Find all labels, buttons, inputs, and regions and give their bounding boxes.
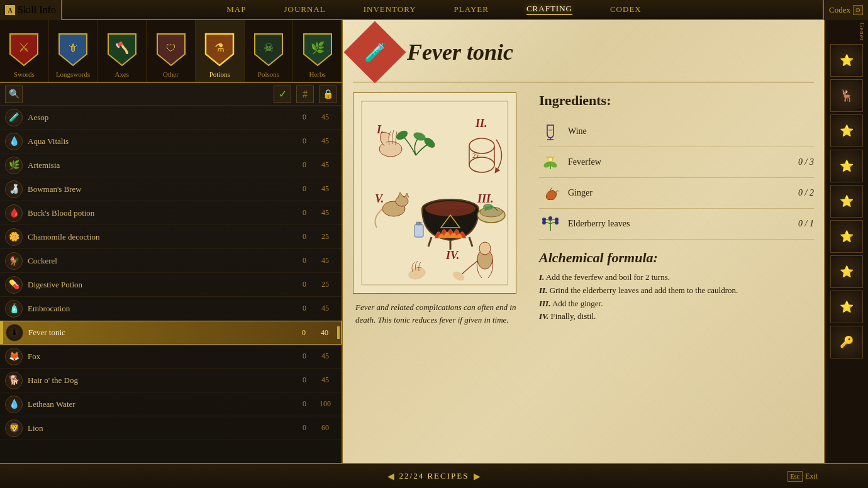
- right-item-4[interactable]: ⭐: [830, 185, 863, 218]
- right-icon-1: 🦌: [840, 89, 854, 103]
- right-icon-5: ⭐: [840, 230, 854, 243]
- recipe-max-1: 45: [314, 136, 337, 146]
- recipe-max-11: 45: [314, 375, 337, 385]
- recipe-item-5[interactable]: 🌼 Chamomile decoction 0 25: [0, 225, 342, 249]
- recipe-item-4[interactable]: 🩸 Buck's Blood potion 0 45: [0, 201, 342, 225]
- right-item-5[interactable]: ⭐: [830, 220, 863, 253]
- right-item-7[interactable]: ⭐: [830, 291, 863, 323]
- nav-center: MAP JOURNAL INVENTORY PLAYER CRAFTING CO…: [0, 4, 868, 15]
- nav-journal[interactable]: JOURNAL: [284, 4, 325, 14]
- svg-text:2x: 2x: [472, 152, 480, 159]
- recipe-count-9: 0: [294, 328, 313, 338]
- codex-right-button[interactable]: Codex D: [823, 0, 868, 20]
- recipe-item-9[interactable]: 🌡 Fever tonic 0 40: [0, 321, 342, 345]
- ingredients-container: Wine Feverfew 0 / 3 Ginger 0 / 2 Elderbe…: [539, 116, 814, 240]
- svg-rect-28: [415, 225, 423, 237]
- recipe-item-12[interactable]: 💧 Lethean Water 0 100: [0, 392, 342, 416]
- filter-lock-button[interactable]: 🔒: [319, 86, 337, 103]
- gen-label: Gener: [859, 23, 865, 41]
- svg-point-48: [548, 216, 552, 220]
- recipe-item-0[interactable]: 🧪 Aesop 0 45: [0, 106, 342, 130]
- arrow-right-icon[interactable]: ▶: [474, 471, 481, 482]
- formula-step-0: I. Add the feverfew and boil for 2 turns…: [539, 271, 814, 284]
- recipe-icon-13: 🦁: [5, 419, 23, 437]
- poisons-shield: ☠: [252, 31, 285, 68]
- recipe-count-13: 0: [295, 423, 314, 433]
- svg-text:II.: II.: [475, 117, 487, 130]
- recipe-count-10: 0: [295, 352, 314, 361]
- formula-section: Alchemical formula: I. Add the feverfew …: [539, 250, 814, 323]
- ingredient-row-2: Ginger 0 / 2: [539, 178, 814, 209]
- recipe-diamond-icon: 🧪: [344, 21, 406, 84]
- tab-longswords[interactable]: 🗡 Longswords: [49, 20, 98, 82]
- recipe-item-8[interactable]: 🧴 Embrocation 0 45: [0, 297, 342, 321]
- tab-potions[interactable]: ⚗ Potions: [196, 20, 245, 82]
- nav-player[interactable]: PLAYER: [454, 4, 489, 14]
- svg-point-46: [542, 221, 546, 225]
- herbs-label: Herbs: [309, 70, 326, 78]
- recipe-count-8: 0: [295, 304, 314, 313]
- filter-hash-button[interactable]: #: [296, 86, 314, 103]
- skill-info-button[interactable]: A Skill Info: [0, 0, 62, 20]
- recipe-item-2[interactable]: 🌿 Artemisia 0 45: [0, 153, 342, 177]
- recipe-icon-10: 🦊: [5, 348, 23, 365]
- recipe-illustration: I. II. 2x: [353, 92, 516, 294]
- filter-search-icon-box[interactable]: 🔍: [5, 86, 23, 103]
- right-item-6[interactable]: ⭐: [830, 255, 863, 288]
- recipe-icon-9: 🌡: [6, 324, 23, 341]
- tab-axes[interactable]: 🪓 Axes: [97, 20, 147, 82]
- recipe-counter: 22/24 RECIPES: [399, 471, 469, 481]
- step-num-2: III.: [539, 299, 550, 308]
- svg-text:III.: III.: [477, 192, 494, 205]
- right-icon-8: 🔑: [840, 335, 854, 349]
- recipe-name-11: Hair o' the Dog: [28, 375, 295, 385]
- filter-row: 🔍 ✓ # 🔒: [0, 83, 342, 106]
- arrow-left-icon[interactable]: ◀: [387, 471, 394, 482]
- ingredient-icon-3: [539, 213, 562, 235]
- svg-text:🗡: 🗡: [67, 42, 79, 54]
- recipe-item-11[interactable]: 🐕 Hair o' the Dog 0 45: [0, 369, 342, 392]
- potions-label: Potions: [209, 70, 230, 78]
- tab-herbs[interactable]: 🌿 Herbs: [293, 20, 342, 82]
- nav-codex[interactable]: CODEX: [610, 4, 642, 14]
- recipe-icon-2: 🌿: [5, 157, 23, 174]
- svg-text:🌿: 🌿: [311, 41, 325, 55]
- right-panel-inner: 🧪 Fever tonic I.: [343, 20, 824, 463]
- filter-checkmark-button[interactable]: ✓: [274, 86, 291, 103]
- right-item-1[interactable]: 🦌: [830, 79, 863, 112]
- potions-shield: ⚗: [203, 31, 236, 68]
- right-item-8[interactable]: 🔑: [830, 326, 863, 358]
- recipe-item-10[interactable]: 🦊 Fox 0 45: [0, 345, 342, 369]
- recipe-item-13[interactable]: 🦁 Lion 0 60: [0, 416, 342, 440]
- nav-map[interactable]: MAP: [226, 4, 246, 14]
- ingredient-icon-2: [539, 182, 562, 204]
- tab-poisons[interactable]: ☠ Poisons: [245, 20, 294, 82]
- recipe-name-3: Bowman's Brew: [28, 184, 295, 194]
- ingredient-name-2: Ginger: [568, 188, 792, 198]
- axes-label: Axes: [114, 70, 129, 78]
- right-item-2[interactable]: ⭐: [830, 114, 863, 147]
- right-icon-3: ⭐: [840, 159, 854, 173]
- recipe-count-6: 0: [295, 256, 314, 265]
- recipe-icon-12: 💧: [5, 396, 23, 413]
- right-item-0[interactable]: ⭐: [830, 44, 863, 77]
- tab-swords[interactable]: ⚔ Swords: [0, 20, 49, 82]
- recipe-item-7[interactable]: 💊 Digestive Potion 0 25: [0, 273, 342, 297]
- recipe-item-3[interactable]: 🍶 Bowman's Brew 0 45: [0, 177, 342, 201]
- ingredient-row-0: Wine: [539, 116, 814, 147]
- ingredient-row-1: Feverfew 0 / 3: [539, 147, 814, 178]
- right-item-3[interactable]: ⭐: [830, 150, 863, 182]
- nav-crafting[interactable]: CRAFTING: [526, 4, 572, 15]
- svg-rect-29: [416, 222, 421, 225]
- swords-label: Swords: [14, 70, 35, 78]
- tab-other[interactable]: 🛡 Other: [147, 20, 196, 82]
- recipe-right: Ingredients: Wine Feverfew 0 / 3 Ginger …: [539, 92, 814, 453]
- category-tabs: ⚔ Swords 🗡 Longswords 🪓 Axes: [0, 20, 342, 83]
- recipe-item-1[interactable]: 💧 Aqua Vitalis 0 45: [0, 130, 342, 153]
- recipe-count-7: 0: [295, 280, 314, 289]
- svg-text:V.: V.: [375, 192, 384, 205]
- recipe-count-5: 0: [295, 232, 314, 241]
- nav-inventory[interactable]: INVENTORY: [364, 4, 416, 14]
- recipe-count-12: 0: [295, 399, 314, 409]
- recipe-item-6[interactable]: 🐓 Cockerel 0 45: [0, 249, 342, 273]
